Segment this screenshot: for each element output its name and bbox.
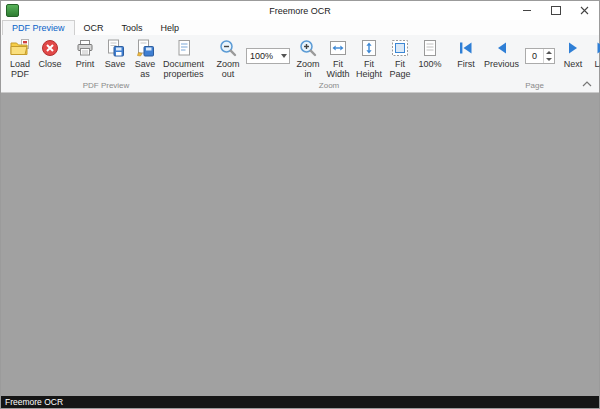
- fit-width-label: Fit Width: [327, 59, 350, 79]
- tab-help[interactable]: Help: [152, 20, 189, 35]
- statusbar-text: Freemore OCR: [5, 397, 63, 407]
- statusbar: Freemore OCR: [1, 396, 599, 408]
- zoom-in-label: Zoom in: [297, 59, 320, 79]
- tab-pdf-preview[interactable]: PDF Preview: [2, 20, 75, 35]
- group-page: First Previous 0: [449, 35, 600, 92]
- tab-ocr[interactable]: OCR: [75, 20, 113, 35]
- fit-page-label: Fit Page: [390, 59, 411, 79]
- page-number-spinner: [543, 49, 554, 63]
- print-button[interactable]: Print: [70, 36, 100, 69]
- page-number-input[interactable]: 0: [525, 48, 555, 64]
- chevron-down-icon[interactable]: [278, 54, 289, 58]
- fit-height-button[interactable]: Fit Height: [353, 36, 385, 79]
- collapse-ribbon-button[interactable]: [582, 81, 592, 87]
- close-window-button[interactable]: [570, 1, 599, 20]
- fit-height-icon: [360, 38, 378, 58]
- group-label-page: Page: [451, 81, 600, 92]
- zoom-out-label: Zoom out: [217, 59, 240, 79]
- zoom-level-combobox[interactable]: 100%: [246, 48, 290, 64]
- first-page-button[interactable]: First: [451, 36, 481, 69]
- fit-width-icon: [329, 38, 347, 58]
- save-as-label: Save as: [135, 59, 156, 79]
- group-zoom: Zoom out 100% Zoom in: [211, 35, 447, 92]
- close-circle-icon: [41, 38, 59, 58]
- print-icon: [76, 38, 94, 58]
- zoom-in-button[interactable]: Zoom in: [293, 36, 323, 79]
- tab-tools[interactable]: Tools: [113, 20, 152, 35]
- titlebar: Freemore OCR: [1, 1, 599, 20]
- last-page-button[interactable]: Last: [588, 36, 600, 69]
- ribbon-toolbar: Load PDF Close: [1, 35, 599, 93]
- zoom-out-button[interactable]: Zoom out: [213, 36, 243, 79]
- next-page-icon: [564, 38, 582, 58]
- save-as-button[interactable]: Save as: [130, 36, 160, 79]
- spinner-up-icon[interactable]: [544, 49, 554, 56]
- fit-height-label: Fit Height: [356, 59, 382, 79]
- previous-page-button[interactable]: Previous: [481, 36, 522, 69]
- group-label-zoom: Zoom: [213, 81, 445, 92]
- actual-size-button[interactable]: 100%: [415, 36, 445, 69]
- close-icon: [580, 6, 589, 15]
- actual-size-icon: [421, 38, 439, 58]
- actual-size-label: 100%: [419, 59, 442, 69]
- first-page-icon: [457, 38, 475, 58]
- zoom-in-icon: [298, 38, 318, 58]
- page-number-value: 0: [526, 49, 543, 63]
- next-page-label: Next: [564, 59, 583, 69]
- load-pdf-icon: [10, 38, 30, 58]
- previous-page-icon: [493, 38, 511, 58]
- group-label-pdf-preview: PDF Preview: [5, 81, 207, 92]
- fit-page-icon: [391, 38, 409, 58]
- last-page-icon: [594, 38, 600, 58]
- minimize-icon: [523, 10, 531, 11]
- print-label: Print: [76, 59, 95, 69]
- save-icon: [106, 38, 124, 58]
- first-page-label: First: [457, 59, 475, 69]
- save-label: Save: [105, 59, 126, 69]
- chevron-up-icon: [582, 81, 592, 87]
- close-pdf-button[interactable]: Close: [35, 36, 65, 69]
- maximize-icon: [551, 6, 561, 15]
- save-as-icon: [136, 38, 154, 58]
- document-properties-button[interactable]: Document properties: [160, 36, 207, 79]
- maximize-button[interactable]: [541, 1, 570, 20]
- next-page-button[interactable]: Next: [558, 36, 588, 69]
- fit-width-button[interactable]: Fit Width: [323, 36, 353, 79]
- spinner-down-icon[interactable]: [544, 56, 554, 63]
- zoom-level-value: 100%: [247, 51, 278, 61]
- last-page-label: Last: [595, 59, 600, 69]
- load-pdf-button[interactable]: Load PDF: [5, 36, 35, 79]
- document-properties-label: Document properties: [163, 59, 204, 79]
- fit-page-button[interactable]: Fit Page: [385, 36, 415, 79]
- document-properties-icon: [175, 38, 193, 58]
- group-pdf-preview: Load PDF Close: [3, 35, 209, 92]
- previous-page-label: Previous: [484, 59, 519, 69]
- app-window: Freemore OCR PDF Preview OCR Tools Help: [0, 0, 600, 409]
- window-controls: [512, 1, 599, 20]
- load-pdf-label: Load PDF: [10, 59, 30, 79]
- save-button[interactable]: Save: [100, 36, 130, 69]
- app-icon: [6, 4, 19, 17]
- close-pdf-label: Close: [38, 59, 61, 69]
- minimize-button[interactable]: [512, 1, 541, 20]
- menu-tabs: PDF Preview OCR Tools Help: [1, 20, 599, 35]
- zoom-out-icon: [218, 38, 238, 58]
- window-title: Freemore OCR: [1, 6, 599, 16]
- document-preview-area: [1, 93, 599, 396]
